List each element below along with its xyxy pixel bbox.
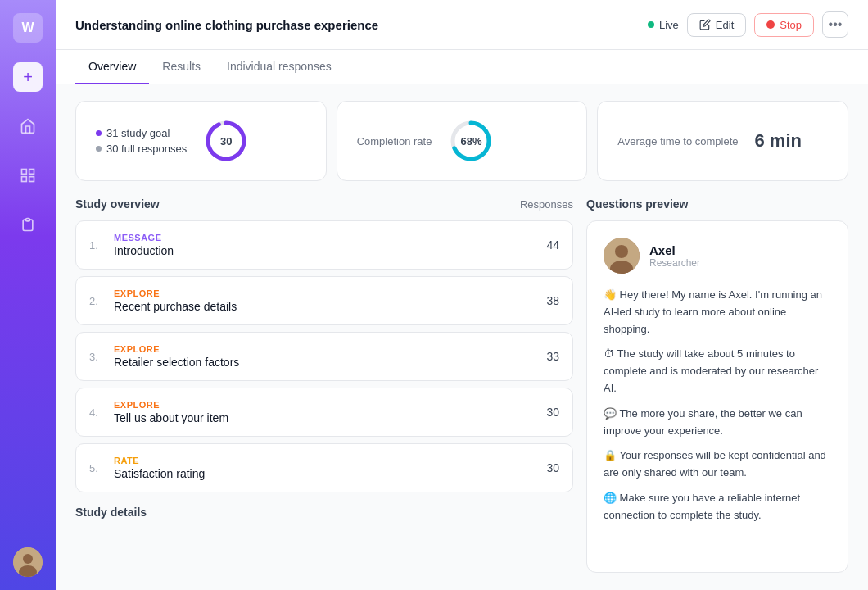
preview-title: Questions preview — [586, 197, 688, 211]
avg-time-value: 6 min — [755, 130, 802, 152]
live-label: Live — [659, 19, 679, 31]
tab-results[interactable]: Results — [149, 50, 214, 84]
row-type-1: MESSAGE — [114, 233, 536, 243]
content-area: 31 study goal 30 full responses 30 — [56, 84, 868, 590]
study-details-label: Study details — [75, 506, 573, 519]
stop-dot — [766, 20, 775, 29]
stop-button[interactable]: Stop — [754, 13, 814, 37]
stat-goal: 31 study goal 30 full responses 30 — [75, 101, 327, 181]
row-content-4: EXPLORE Tell us about your item — [114, 400, 536, 424]
svg-point-6 — [23, 554, 33, 564]
row-count-1: 44 — [546, 238, 559, 252]
svg-rect-4 — [26, 219, 30, 221]
row-content-1: MESSAGE Introduction — [114, 233, 536, 257]
stat-goal-labels: 31 study goal 30 full responses — [96, 127, 187, 155]
completion-value: 68% — [460, 135, 481, 148]
agent-role: Researcher — [649, 257, 700, 269]
study-row-1[interactable]: 1. MESSAGE Introduction 44 — [75, 220, 573, 270]
page-title: Understanding online clothing purchase e… — [75, 18, 378, 32]
stat-completion: Completion rate 68% — [337, 101, 588, 181]
responses-header: Responses — [520, 198, 573, 211]
dot-gray — [96, 146, 102, 152]
agent-avatar — [604, 238, 640, 274]
svg-rect-3 — [22, 177, 27, 182]
tab-overview[interactable]: Overview — [75, 50, 149, 84]
row-title-3: Retailer selection factors — [114, 356, 536, 369]
row-content-2: EXPLORE Recent purchase details — [114, 288, 536, 313]
study-row-5[interactable]: 5. RATE Satisfaction rating 30 — [75, 443, 573, 492]
study-overview-section: Study overview Responses 1. MESSAGE Intr… — [75, 197, 573, 550]
svg-point-13 — [615, 245, 628, 258]
home-icon[interactable] — [13, 111, 43, 141]
row-num-3: 3. — [89, 351, 104, 363]
row-count-4: 30 — [546, 406, 559, 419]
header-actions: Live Edit Stop ••• — [648, 11, 848, 38]
row-count-3: 33 — [546, 350, 559, 363]
svg-rect-0 — [22, 170, 27, 175]
preview-msg-5: 🌐 Make sure you have a reliable internet… — [604, 490, 831, 524]
preview-section-header: Questions preview — [586, 197, 848, 211]
row-type-4: EXPLORE — [114, 400, 536, 410]
row-content-5: RATE Satisfaction rating — [114, 456, 536, 480]
goal-circle: 30 — [203, 118, 249, 164]
agent-name: Axel — [649, 243, 700, 257]
preview-msg-3: 💬 The more you share, the better we can … — [604, 406, 831, 440]
add-button[interactable]: + — [13, 62, 43, 92]
stat-completion-labels: Completion rate — [357, 135, 432, 148]
tab-individual[interactable]: Individual responses — [214, 50, 345, 84]
main-content: Understanding online clothing purchase e… — [56, 0, 868, 590]
row-content-3: EXPLORE Retailer selection factors — [114, 344, 536, 369]
row-title-2: Recent purchase details — [114, 300, 536, 313]
preview-msg-1: 👋 Hey there! My name is Axel. I'm runnin… — [604, 287, 831, 338]
preview-messages: 👋 Hey there! My name is Axel. I'm runnin… — [604, 287, 831, 524]
preview-msg-2: ⏱ The study will take about 5 minutes to… — [604, 346, 831, 397]
tab-bar: Overview Results Individual responses — [56, 50, 868, 84]
study-overview-title: Study overview — [75, 197, 160, 211]
row-num-2: 2. — [89, 295, 104, 307]
row-num-4: 4. — [89, 406, 104, 419]
stats-row: 31 study goal 30 full responses 30 — [75, 101, 848, 181]
row-count-5: 30 — [546, 461, 559, 474]
two-col-layout: Study overview Responses 1. MESSAGE Intr… — [75, 197, 848, 550]
study-row-3[interactable]: 3. EXPLORE Retailer selection factors 33 — [75, 332, 573, 381]
live-dot — [648, 21, 654, 28]
more-button[interactable]: ••• — [822, 11, 848, 38]
dot-purple — [96, 130, 102, 136]
row-num-5: 5. — [89, 462, 104, 474]
agent-info: Axel Researcher — [649, 243, 700, 269]
page-header: Understanding online clothing purchase e… — [56, 0, 868, 50]
svg-rect-2 — [29, 177, 34, 182]
app-logo[interactable]: W — [13, 13, 43, 43]
row-title-1: Introduction — [114, 244, 536, 257]
row-num-1: 1. — [89, 239, 104, 252]
preview-agent-header: Axel Researcher — [604, 238, 831, 274]
row-type-2: EXPLORE — [114, 288, 536, 298]
goal-number: 30 — [220, 135, 232, 148]
live-status: Live — [648, 19, 679, 31]
stat-goal-label2: 30 full responses — [96, 143, 187, 155]
row-type-3: EXPLORE — [114, 344, 536, 354]
edit-button[interactable]: Edit — [687, 13, 746, 37]
row-count-2: 38 — [546, 294, 559, 307]
section-header: Study overview Responses — [75, 197, 573, 211]
row-title-4: Tell us about your item — [114, 411, 536, 424]
preview-card: Axel Researcher 👋 Hey there! My name is … — [586, 220, 848, 573]
completion-circle: 68% — [448, 118, 494, 164]
row-type-5: RATE — [114, 456, 536, 465]
stat-avg-labels: Average time to complete — [617, 135, 738, 148]
study-row-4[interactable]: 4. EXPLORE Tell us about your item 30 — [75, 388, 573, 437]
user-avatar[interactable] — [13, 547, 43, 577]
clipboard-icon[interactable] — [13, 210, 43, 239]
svg-rect-1 — [29, 170, 34, 175]
row-title-5: Satisfaction rating — [114, 467, 536, 480]
sidebar: W + — [0, 0, 56, 590]
stat-avg-time: Average time to complete 6 min — [597, 101, 848, 181]
stat-goal-label1: 31 study goal — [96, 127, 187, 139]
questions-preview-section: Questions preview Axel — [586, 197, 848, 550]
study-row-2[interactable]: 2. EXPLORE Recent purchase details 38 — [75, 276, 573, 325]
grid-icon[interactable] — [13, 161, 43, 190]
preview-msg-4: 🔒 Your responses will be kept confidenti… — [604, 447, 831, 482]
